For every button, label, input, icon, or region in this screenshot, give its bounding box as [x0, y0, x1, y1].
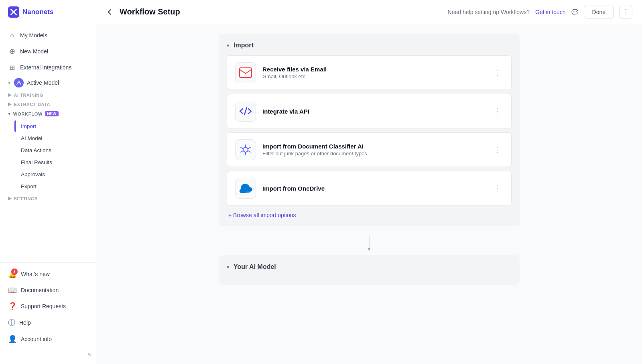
sidebar-collapse-button[interactable]: « [0, 347, 96, 361]
header-right: Need help setting up Workflows? Get in t… [448, 6, 632, 18]
sidebar-item-final-results[interactable]: Final Results [14, 157, 93, 168]
svg-point-3 [243, 147, 248, 152]
email-import-card[interactable]: Receive files via Email Gmail, Outlook e… [227, 55, 512, 90]
book-icon: 📖 [8, 286, 17, 295]
import-section-header[interactable]: ▾ Import [227, 42, 512, 49]
ai-model-section-title: Your AI Model [234, 263, 276, 270]
help-label: Help [19, 319, 31, 326]
ai-model-section-header[interactable]: ▾ Your AI Model [227, 263, 512, 270]
account-info-label: Account info [21, 336, 52, 342]
onedrive-card-more-button[interactable]: ⋮ [491, 182, 503, 194]
back-button[interactable] [106, 8, 114, 16]
classifier-card-more-button[interactable]: ⋮ [491, 144, 503, 156]
sidebar-item-active-model[interactable]: ▾ Active Model [0, 75, 96, 90]
sidebar-item-support-requests[interactable]: ❓ Support Requests [0, 298, 96, 314]
more-options-button[interactable]: ⋮ [620, 6, 632, 18]
ai-model-section: ▾ Your AI Model [219, 255, 520, 285]
home-icon: ⌂ [8, 31, 16, 39]
user-circle-icon: 👤 [8, 335, 17, 344]
logo-area[interactable]: Nanonets [0, 0, 96, 24]
settings-label: SETTINGS [14, 196, 38, 201]
sidebar-item-account-info[interactable]: 👤 Account info [0, 331, 96, 347]
browse-import-label: + Browse all import options [228, 212, 296, 218]
sidebar-item-help[interactable]: ⓘ Help [0, 314, 96, 331]
get-in-touch-link[interactable]: Get in touch [535, 9, 566, 15]
onedrive-card-info: Import from OneDrive [262, 185, 485, 192]
svg-line-9 [248, 147, 250, 148]
page-title: Workflow Setup [120, 7, 180, 16]
classifier-import-card[interactable]: Import from Document Classifier AI Filte… [227, 132, 512, 167]
ai-training-expand-icon: ▶ [8, 92, 12, 98]
export-label: Export [21, 183, 37, 189]
sidebar-item-my-models[interactable]: ⌂ My Models [0, 27, 96, 43]
plus-circle-icon: ⊕ [8, 47, 16, 55]
svg-line-8 [241, 151, 243, 152]
done-button[interactable]: Done [584, 6, 614, 18]
sidebar-item-external-integrations[interactable]: ⊞ External Integrations [0, 59, 96, 75]
browse-import-options-link[interactable]: + Browse all import options [227, 212, 512, 218]
classifier-card-info: Import from Document Classifier AI Filte… [262, 143, 485, 157]
active-model-label: Active Model [27, 79, 59, 86]
header-left: Workflow Setup [106, 7, 180, 16]
svg-line-6 [241, 147, 243, 148]
active-model-chevron-down: ▾ [8, 80, 11, 86]
api-icon-wrap [235, 101, 256, 122]
email-card-title: Receive files via Email [262, 66, 485, 73]
classifier-card-desc: Filter out junk pages or other document … [262, 150, 485, 157]
onedrive-icon-wrap [235, 178, 256, 199]
ai-model-chevron-icon: ▾ [227, 264, 230, 270]
content-area: ▾ Import Receive files via Email Gmail, … [96, 24, 642, 364]
sidebar-section-ai-training[interactable]: ▶ AI TRAINING [0, 90, 96, 99]
extract-data-label: EXTRACT DATA [14, 102, 51, 107]
sidebar-item-whats-new[interactable]: 🔔 3 What's new [0, 266, 96, 282]
sidebar-section-workflow[interactable]: ▾ WORKFLOW NEW [0, 108, 96, 119]
help-text: Need help setting up Workflows? [448, 9, 530, 15]
email-card-more-button[interactable]: ⋮ [491, 67, 503, 79]
sidebar-item-data-actions[interactable]: Data Actions [14, 144, 93, 156]
ai-model-label: AI Model [21, 135, 42, 141]
final-results-label: Final Results [21, 159, 52, 165]
import-label: Import [21, 123, 36, 129]
sidebar-item-new-model[interactable]: ⊕ New Model [0, 43, 96, 59]
api-card-more-button[interactable]: ⋮ [491, 105, 503, 117]
sidebar-section-extract-data[interactable]: ▶ EXTRACT DATA [0, 99, 96, 108]
sidebar-section-settings[interactable]: ▶ SETTINGS [0, 193, 96, 203]
whats-new-label: What's new [21, 271, 50, 277]
sidebar-item-ai-model[interactable]: AI Model [14, 132, 93, 144]
onedrive-import-card[interactable]: Import from OneDrive ⋮ [227, 171, 512, 205]
classifier-card-title: Import from Document Classifier AI [262, 143, 485, 150]
sidebar-item-export[interactable]: Export [14, 181, 93, 192]
sidebar-bottom: 🔔 3 What's new 📖 Documentation ❓ Support… [0, 262, 96, 364]
sidebar-item-approvals[interactable]: Approvals [14, 169, 93, 180]
api-import-card[interactable]: Integrate via API ⋮ [227, 94, 512, 128]
sidebar-item-import[interactable]: Import [14, 120, 93, 132]
workflow-expand-icon: ▾ [8, 111, 11, 116]
import-section-title: Import [234, 42, 254, 49]
api-code-icon [239, 106, 252, 117]
sidebar-navigation: ⌂ My Models ⊕ New Model ⊞ External Integ… [0, 24, 96, 262]
collapse-icon: « [87, 350, 91, 358]
nanonets-logo-icon [8, 6, 19, 18]
onedrive-card-title: Import from OneDrive [262, 185, 485, 192]
classifier-icon [239, 143, 252, 156]
email-icon-wrap [235, 62, 256, 83]
workflow-connector: ▼ [361, 236, 377, 252]
chat-icon: 💬 [571, 9, 578, 15]
import-section: ▾ Import Receive files via Email Gmail, … [219, 34, 520, 226]
api-card-info: Integrate via API [262, 108, 485, 115]
approvals-label: Approvals [21, 171, 45, 177]
notification-badge: 3 [11, 268, 18, 275]
new-model-label: New Model [20, 48, 48, 55]
sidebar-item-documentation[interactable]: 📖 Documentation [0, 282, 96, 298]
classifier-icon-wrap [235, 139, 256, 160]
extract-data-expand-icon: ▶ [8, 102, 12, 107]
active-model-icon [14, 78, 24, 87]
email-card-info: Receive files via Email Gmail, Outlook e… [262, 66, 485, 79]
workflow-new-badge: NEW [45, 111, 58, 116]
email-icon [239, 67, 252, 78]
connector-line [369, 236, 370, 246]
svg-point-10 [243, 188, 251, 193]
svg-rect-2 [240, 68, 252, 77]
my-models-label: My Models [20, 32, 47, 39]
header: Workflow Setup Need help setting up Work… [96, 0, 642, 24]
